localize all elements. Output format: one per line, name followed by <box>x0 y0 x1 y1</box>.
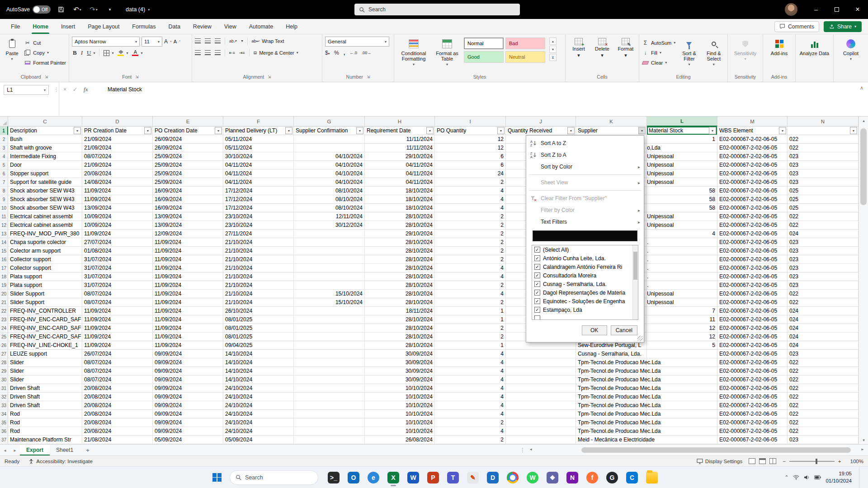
cell[interactable]: 022 <box>788 290 859 298</box>
cell[interactable]: 09/09/2024 <box>153 393 223 401</box>
cell[interactable]: 2 <box>435 281 506 290</box>
cell[interactable]: 28/10/2024 <box>365 247 435 255</box>
cell[interactable]: FREQ-INV_CONTROLLER <box>8 307 82 315</box>
cell[interactable]: E02-000067-2-02-06-05 <box>717 290 788 298</box>
cell[interactable]: Tpm-Tecnol.de Producao Mec.Lda <box>576 367 647 375</box>
tab-home[interactable]: Home <box>26 19 55 34</box>
row-header-10[interactable]: 10 <box>0 204 8 212</box>
cell[interactable]: 31/07/2024 <box>82 264 153 272</box>
cell[interactable]: 30/12/2024 <box>294 221 365 230</box>
cell[interactable]: 08/01/2025 <box>223 324 294 333</box>
row-header-9[interactable]: 9 <box>0 195 8 204</box>
cell[interactable]: 024 <box>788 315 859 324</box>
column-header-F[interactable]: F <box>223 117 294 127</box>
cell[interactable]: 023 <box>788 161 859 169</box>
cell[interactable]: 4 <box>435 204 506 212</box>
cell[interactable]: 023 <box>788 436 859 444</box>
cell[interactable]: 05/09/2024 <box>153 436 223 444</box>
cell[interactable]: 4 <box>435 367 506 375</box>
select-all-corner[interactable] <box>0 117 8 127</box>
cell[interactable]: Support for satellite guide <box>8 178 82 187</box>
cell[interactable]: 23/10/2024 <box>223 221 294 230</box>
cell[interactable]: 11 <box>647 315 717 324</box>
cell[interactable]: 17/12/2024 <box>223 187 294 195</box>
header-cell-material-stock[interactable]: Material Stock▾ <box>647 127 717 135</box>
cell[interactable]: 022 <box>788 401 859 410</box>
tab-file[interactable]: File <box>5 19 26 34</box>
formula-bar-collapse-button[interactable]: ∧ <box>860 85 863 91</box>
cell[interactable]: LEUZE support <box>8 350 82 358</box>
cell[interactable]: 29/10/2024 <box>365 152 435 161</box>
cell[interactable]: 28/10/2024 <box>365 221 435 230</box>
zoom-level[interactable]: 100% <box>846 459 868 464</box>
cell[interactable]: 27/11/2024 <box>223 230 294 238</box>
list-scrollbar[interactable] <box>632 245 638 319</box>
row-header-26[interactable]: 26 <box>0 341 8 350</box>
tray-chevron-up-icon[interactable]: ⌃ <box>784 474 788 480</box>
dialog-launcher-icon[interactable]: ⇲ <box>45 75 48 79</box>
tab-insert[interactable]: Insert <box>55 19 81 34</box>
cell[interactable]: 58 <box>647 204 717 212</box>
cell[interactable]: 11/09/2024 <box>153 324 223 333</box>
row-header-27[interactable]: 27 <box>0 350 8 358</box>
cell[interactable]: Tpm-Tecnol.de Producao Mec.Lda <box>576 393 647 401</box>
cell[interactable]: E02-000067-2-02-06-05 <box>717 152 788 161</box>
zoom-in-button[interactable]: + <box>838 459 846 464</box>
font-size-select[interactable]: 11▾ <box>142 37 162 47</box>
cell[interactable]: 023 <box>788 350 859 358</box>
cell[interactable]: 025 <box>788 204 859 212</box>
cell[interactable] <box>294 238 365 247</box>
filter-value-item[interactable]: ✓Calandragem António Ferreira Ri <box>532 263 638 271</box>
cell[interactable]: 28/10/2024 <box>365 238 435 247</box>
checkbox-checked-icon[interactable]: ✓ <box>534 272 540 278</box>
cell[interactable]: Tpm-Tecnol.de Producao Mec.Lda <box>576 427 647 436</box>
cell[interactable]: 27/07/2024 <box>82 238 153 247</box>
filter-button[interactable]: ▾ <box>426 127 434 134</box>
cell[interactable]: 08/01/2025 <box>223 315 294 324</box>
cell[interactable]: 58 <box>647 195 717 204</box>
cell[interactable]: 24/10/2024 <box>223 384 294 393</box>
add-sheet-button[interactable]: + <box>83 446 92 455</box>
quick-access-customize-button[interactable]: ▾ <box>104 4 116 15</box>
cell[interactable] <box>506 436 576 444</box>
row-header-8[interactable]: 8 <box>0 187 8 195</box>
row-header-31[interactable]: 31 <box>0 384 8 393</box>
cell[interactable]: 11/09/2024 <box>153 315 223 324</box>
filter-value-item[interactable]: ✓Estampaço, Lda <box>532 305 638 314</box>
cell[interactable]: 30/09/2024 <box>365 367 435 375</box>
cell[interactable]: 04/10/2024 <box>294 178 365 187</box>
cell[interactable]: Stopper support <box>8 169 82 178</box>
cell[interactable]: 1 <box>435 341 506 350</box>
cell[interactable]: Slider Support <box>8 298 82 307</box>
copy-button[interactable]: Copy▾ <box>24 48 66 57</box>
cell[interactable] <box>294 255 365 264</box>
cell[interactable]: E02-000067-2-02-06-05 <box>717 358 788 367</box>
row-header-4[interactable]: 4 <box>0 152 8 161</box>
taskbar-teams-icon[interactable]: T <box>445 469 461 487</box>
cell[interactable]: 4 <box>435 290 506 298</box>
cell[interactable]: 022 <box>788 212 859 221</box>
cell[interactable]: Intermediate Fixing <box>8 152 82 161</box>
cell[interactable]: Tpm-Tecnol.de Producao Mec.Lda <box>576 401 647 410</box>
filter-button[interactable]: ▾ <box>74 127 81 134</box>
cell[interactable]: 08/10/2024 <box>294 187 365 195</box>
filter-menu-item-sort-by-color[interactable]: Sort by Color▸ <box>526 161 644 173</box>
bold-button[interactable]: B <box>73 49 77 56</box>
row-header-13[interactable]: 13 <box>0 230 8 238</box>
cell[interactable]: 12 <box>435 135 506 144</box>
cell[interactable]: 25/09/2024 <box>153 161 223 169</box>
cell[interactable]: 022 <box>788 358 859 367</box>
cell[interactable]: 10/09/2024 <box>82 212 153 221</box>
cell[interactable]: 025 <box>788 187 859 195</box>
cell[interactable] <box>647 436 717 444</box>
cell[interactable]: 12 <box>647 324 717 333</box>
cell[interactable]: Rod <box>8 427 82 436</box>
cell[interactable]: 20/08/2024 <box>82 393 153 401</box>
cell[interactable]: 28/10/2024 <box>365 324 435 333</box>
cell[interactable]: 2 <box>435 324 506 333</box>
cell[interactable] <box>294 247 365 255</box>
checkbox-checked-icon[interactable]: ✓ <box>534 281 540 287</box>
cell[interactable]: 24/10/2024 <box>223 418 294 427</box>
cell[interactable]: 01/08/2024 <box>82 247 153 255</box>
cell[interactable] <box>647 281 717 290</box>
